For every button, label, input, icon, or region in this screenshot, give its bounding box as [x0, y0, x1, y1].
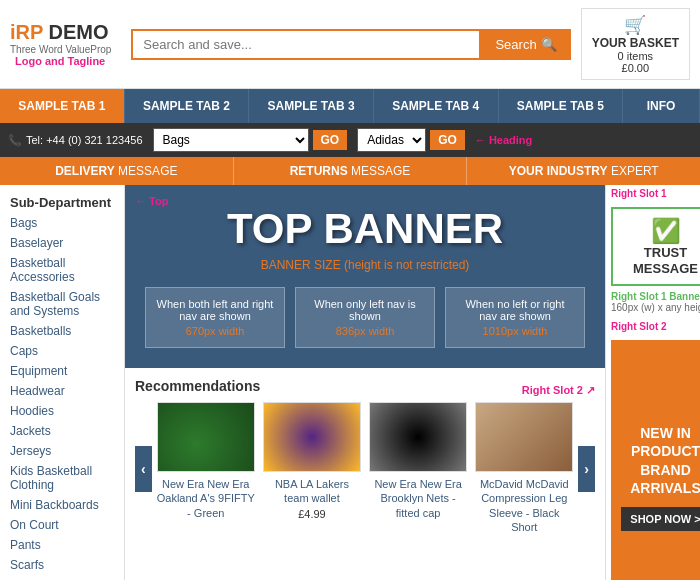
recommendations-title: Recommendations	[135, 378, 260, 394]
tagline: Three Word ValueProp	[10, 44, 111, 55]
new-arrivals-box: NEW IN PRODUCT BRAND ARRIVALS SHOP NOW >	[611, 340, 700, 580]
returns-message: RETURNS MESSAGE	[234, 157, 468, 185]
list-item: New Era New Era Oakland A's 9FIFTY - Gre…	[157, 402, 255, 536]
banner-box3-width: 1010px width	[456, 325, 574, 337]
sidebar-item-baselayer[interactable]: Baselayer	[0, 233, 124, 253]
dropdown-group-1: Bags Baselayer Basketball Accessories GO	[153, 128, 348, 152]
industry-strong: YOUR INDUSTRY	[509, 164, 608, 178]
recommendations: Recommendations Right Slot 2 ↗ ‹ New Era…	[125, 368, 605, 546]
main-layout: Sub-Department Bags Baselayer Basketball…	[0, 185, 700, 580]
sidebar-item-basketballs[interactable]: Basketballs	[0, 321, 124, 341]
tel-info: 📞 Tel: +44 (0) 321 123456	[8, 134, 143, 147]
right-slot1-banner-label: Right Slot 1 Banner	[606, 291, 700, 302]
product-image-2	[263, 402, 361, 472]
sidebar-item-mini-backboards[interactable]: Mini Backboards	[0, 495, 124, 515]
slider-next-button[interactable]: ›	[578, 446, 595, 492]
tab-sample5[interactable]: SAMPLE TAB 5	[499, 89, 624, 123]
delivery-message: DELIVERY MESSAGE	[0, 157, 234, 185]
sidebar-item-jerseys[interactable]: Jerseys	[0, 441, 124, 461]
center-content: ← Top TOP BANNER BANNER SIZE (height is …	[125, 185, 605, 580]
right-slot2-label-sidebar: Right Slot 2	[606, 318, 700, 335]
tab-sample2[interactable]: SAMPLE TAB 2	[125, 89, 250, 123]
basket-title: YOUR BASKET	[592, 36, 679, 50]
right-slot2-label: Right Slot 2 ↗	[522, 384, 595, 397]
tab-sample1[interactable]: SAMPLE TAB 1	[0, 89, 125, 123]
basket-icon: 🛒	[592, 14, 679, 36]
product-image-3	[369, 402, 467, 472]
search-button[interactable]: Search 🔍	[481, 29, 570, 60]
trust-text: TRUST MESSAGE	[621, 245, 700, 276]
delivery-text: MESSAGE	[115, 164, 178, 178]
product-name-1: New Era New Era Oakland A's 9FIFTY - Gre…	[157, 477, 255, 520]
sidebar-item-equipment[interactable]: Equipment	[0, 361, 124, 381]
left-sidebar: Sub-Department Bags Baselayer Basketball…	[0, 185, 125, 580]
new-arrivals-line3: BRAND	[621, 461, 700, 479]
banner-boxes: When both left and right nav are shown 6…	[145, 287, 585, 348]
basket-items: 0 items	[592, 50, 679, 62]
new-arrivals-line4: ARRIVALS	[621, 479, 700, 497]
search-icon: 🔍	[541, 37, 557, 52]
logo-irp: iRP	[10, 21, 43, 43]
tel-text: Tel: +44 (0) 321 123456	[26, 134, 143, 146]
sidebar-item-jackets[interactable]: Jackets	[0, 421, 124, 441]
logo-demo: DEMO	[49, 21, 109, 43]
department-select[interactable]: Bags Baselayer Basketball Accessories	[153, 128, 309, 152]
banner-box1-width: 670px width	[156, 325, 274, 337]
shop-now-button[interactable]: SHOP NOW >	[621, 507, 700, 531]
new-arrivals-line2: PRODUCT	[621, 442, 700, 460]
banner-box-3: When no left or right nav are shown 1010…	[445, 287, 585, 348]
header: iRP DEMO Three Word ValueProp Logo and T…	[0, 0, 700, 89]
search-input[interactable]	[131, 29, 481, 60]
tab-sample3[interactable]: SAMPLE TAB 3	[249, 89, 374, 123]
banner-box2-width: 836px width	[306, 325, 424, 337]
sidebar-item-scarfs[interactable]: Scarfs	[0, 555, 124, 575]
heading-label: ← Heading	[475, 134, 532, 146]
sidebar-item-bags[interactable]: Bags	[0, 213, 124, 233]
brand-select[interactable]: Adidas Nike Puma	[357, 128, 426, 152]
rec-slider: ‹ New Era New Era Oakland A's 9FIFTY - G…	[135, 402, 595, 536]
logo-area: iRP DEMO Three Word ValueProp Logo and T…	[10, 21, 111, 67]
sidebar-item-bball-goals[interactable]: Basketball Goals and Systems	[0, 287, 124, 321]
industry-expert: YOUR INDUSTRY EXPERT	[467, 157, 700, 185]
list-item: New Era New Era Brooklyn Nets - fitted c…	[369, 402, 467, 536]
right-slot1-dims: 160px (w) x any height	[606, 302, 700, 318]
product-name-2: NBA LA Lakers team wallet	[263, 477, 361, 506]
banner-box1-text: When both left and right nav are shown	[156, 298, 274, 322]
sidebar-item-pants[interactable]: Pants	[0, 535, 124, 555]
sidebar-item-on-court[interactable]: On Court	[0, 515, 124, 535]
industry-text: EXPERT	[608, 164, 659, 178]
new-arrivals-line1: NEW IN	[621, 424, 700, 442]
banner-area: ← Top TOP BANNER BANNER SIZE (height is …	[125, 185, 605, 368]
slider-prev-button[interactable]: ‹	[135, 446, 152, 492]
returns-text: MESSAGE	[348, 164, 411, 178]
returns-strong: RETURNS	[290, 164, 348, 178]
basket-price: £0.00	[592, 62, 679, 74]
sidebar-item-kids[interactable]: Kids Basketball Clothing	[0, 461, 124, 495]
trust-box: ✅ TRUST MESSAGE	[611, 207, 700, 286]
go-button-2[interactable]: GO	[430, 130, 465, 150]
sidebar-item-headwear[interactable]: Headwear	[0, 381, 124, 401]
sidebar-item-hoodies[interactable]: Hoodies	[0, 401, 124, 421]
logo-label: Logo and Tagline	[15, 55, 111, 67]
basket-area[interactable]: 🛒 YOUR BASKET 0 items £0.00	[581, 8, 690, 80]
nav-tabs: SAMPLE TAB 1 SAMPLE TAB 2 SAMPLE TAB 3 S…	[0, 89, 700, 123]
sidebar-title: Sub-Department	[0, 190, 124, 213]
list-item: McDavid McDavid Compression Leg Sleeve -…	[475, 402, 573, 536]
search-bar: Search 🔍	[131, 29, 570, 60]
product-image-4	[475, 402, 573, 472]
tab-info[interactable]: INFO	[623, 89, 700, 123]
sidebar-item-bball-acc[interactable]: Basketball Accessories	[0, 253, 124, 287]
logo-text: iRP DEMO	[10, 21, 111, 44]
banner-subtitle: BANNER SIZE (height is not restricted)	[145, 258, 585, 272]
go-button-1[interactable]: GO	[313, 130, 348, 150]
tab-sample4[interactable]: SAMPLE TAB 4	[374, 89, 499, 123]
banner-box-2: When only left nav is shown 836px width	[295, 287, 435, 348]
sidebar-item-shorts[interactable]: Shorts	[0, 575, 124, 580]
banner-box3-text: When no left or right nav are shown	[456, 298, 574, 322]
rec-items: New Era New Era Oakland A's 9FIFTY - Gre…	[157, 402, 574, 536]
right-sidebar: Right Slot 1 ✅ TRUST MESSAGE Right Slot …	[605, 185, 700, 580]
delivery-bar: DELIVERY MESSAGE RETURNS MESSAGE YOUR IN…	[0, 157, 700, 185]
sidebar-item-caps[interactable]: Caps	[0, 341, 124, 361]
banner-top-label: ← Top	[135, 195, 168, 207]
product-name-4: McDavid McDavid Compression Leg Sleeve -…	[475, 477, 573, 534]
